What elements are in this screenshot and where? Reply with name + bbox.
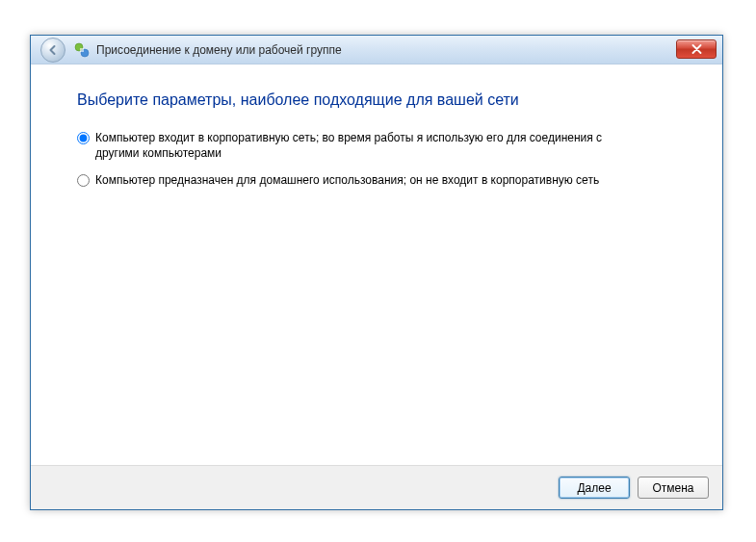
option-home[interactable]: Компьютер предназначен для домашнего исп… <box>77 172 676 188</box>
wizard-window: Присоединение к домену или рабочей групп… <box>30 35 723 510</box>
page-title: Выберите параметры, наиболее подходящие … <box>77 91 676 109</box>
wizard-icon <box>73 41 91 59</box>
back-arrow-icon <box>46 43 60 57</box>
radio-corporate[interactable] <box>77 132 90 144</box>
titlebar-text: Присоединение к домену или рабочей групп… <box>96 43 342 57</box>
back-button[interactable] <box>40 38 65 63</box>
svg-rect-2 <box>80 48 84 52</box>
titlebar: Присоединение к домену или рабочей групп… <box>31 36 722 65</box>
option-corporate-label: Компьютер входит в корпоративную сеть; в… <box>95 130 635 161</box>
next-button[interactable]: Далее <box>559 477 630 499</box>
radio-home[interactable] <box>77 174 90 187</box>
cancel-button[interactable]: Отмена <box>638 477 709 499</box>
content-area: Выберите параметры, наиболее подходящие … <box>31 65 722 189</box>
option-corporate[interactable]: Компьютер входит в корпоративную сеть; в… <box>77 130 676 161</box>
close-button[interactable] <box>676 39 717 59</box>
button-bar: Далее Отмена <box>31 465 722 509</box>
option-home-label: Компьютер предназначен для домашнего исп… <box>95 172 599 188</box>
close-icon <box>691 44 702 54</box>
